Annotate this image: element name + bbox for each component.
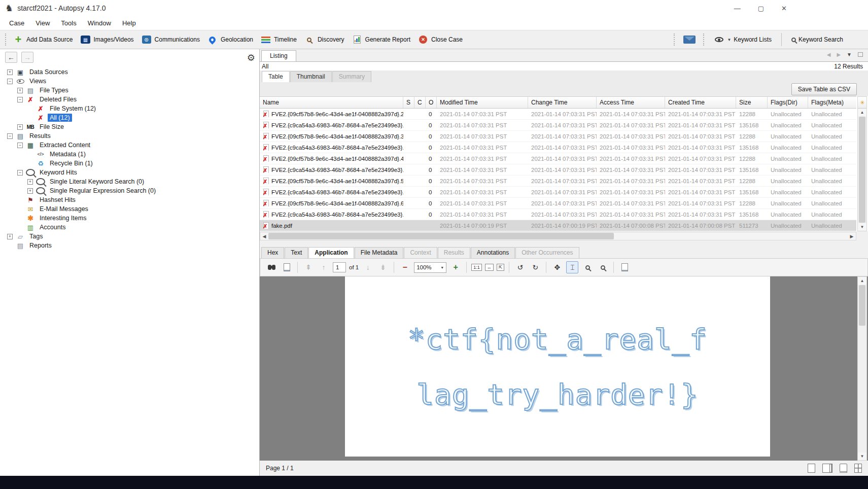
tree-item[interactable]: − Deleted Files	[0, 95, 259, 104]
scroll-up-icon[interactable]: ▲	[858, 109, 866, 116]
rotate-ccw-icon[interactable]: ↺	[514, 261, 526, 273]
table-vertical-scrollbar[interactable]: ✳ ▲ ▼	[857, 96, 867, 231]
zoom-level-select[interactable]: 100% ▼	[414, 262, 446, 273]
column-header-change[interactable]: Change Time	[528, 97, 597, 108]
pdf-viewport[interactable]: *ctf{not_a_real_f lag_try_harder!} ▲ ▼	[260, 276, 868, 461]
column-header-access[interactable]: Access Time	[597, 97, 665, 108]
pan-tool-icon[interactable]: ✥	[551, 261, 563, 273]
pdf-vertical-scrollbar[interactable]: ▲ ▼	[857, 276, 867, 461]
tree-item[interactable]: + File Types	[0, 86, 259, 95]
tree-item[interactable]: Interesting Items	[0, 214, 259, 223]
menu-item[interactable]: Tools	[56, 17, 81, 29]
column-header-name[interactable]: Name	[260, 97, 403, 108]
column-header-s[interactable]: S	[403, 97, 414, 108]
viewer-tab[interactable]: File Metadata	[355, 247, 404, 258]
facing-pages-view-icon[interactable]	[840, 464, 847, 473]
scrollbar-thumb[interactable]	[859, 285, 865, 326]
menu-item[interactable]: View	[30, 17, 55, 29]
viewer-tab[interactable]: Annotations	[471, 247, 515, 258]
tree-expander-icon[interactable]: +	[17, 88, 23, 93]
tree-item[interactable]: + Data Sources	[0, 67, 259, 77]
tree-item[interactable]: Reports	[0, 241, 259, 250]
tree-expander-icon[interactable]: −	[17, 170, 23, 176]
table-row[interactable]: FVE2.{09cf57b8-9e6c-43d4-ae1f-0408882a39…	[260, 198, 856, 209]
back-button[interactable]: ←	[5, 52, 17, 63]
scroll-right-icon[interactable]: ▶	[848, 234, 856, 239]
extract-text-icon[interactable]	[281, 261, 293, 273]
select-tool-icon[interactable]: ⌶	[566, 261, 578, 273]
tree-expander-icon[interactable]: +	[7, 69, 13, 75]
toolbar-button[interactable]: Geolocation	[203, 33, 257, 46]
table-row[interactable]: FVE2.{c9ca54a3-6983-46b7-8684-a7e5e23499…	[260, 120, 856, 131]
tab-listing[interactable]: Listing	[261, 50, 296, 61]
save-table-csv-button[interactable]: Save Table as CSV	[791, 83, 857, 95]
tree-expander-icon[interactable]: −	[17, 97, 23, 102]
scroll-left-icon[interactable]: ◀	[260, 234, 268, 239]
forward-button[interactable]: →	[21, 52, 33, 63]
scrollbar-thumb[interactable]	[268, 233, 614, 239]
table-row[interactable]: FVE2.{09cf57b8-9e6c-43d4-ae1f-0408882a39…	[260, 109, 856, 120]
tree-item[interactable]: − Results	[0, 131, 259, 141]
column-header-flagsmeta[interactable]: Flags(Meta)	[808, 97, 856, 108]
scrollbar-thumb[interactable]	[859, 117, 865, 223]
gear-icon[interactable]: ⚙	[247, 52, 255, 63]
toolbar-button[interactable]: ✕ Close Case	[414, 33, 466, 46]
viewer-tab[interactable]: Context	[404, 247, 437, 258]
tree-expander-icon[interactable]: +	[7, 234, 13, 239]
fit-page-icon[interactable]: ⇱	[497, 264, 505, 271]
table-row[interactable]: FVE2.{09cf57b8-9e6c-43d4-ae1f-0408882a39…	[260, 131, 856, 142]
table-row[interactable]: FVE2.{09cf57b8-9e6c-43d4-ae1f-0408882a39…	[260, 153, 856, 164]
column-header-o[interactable]: O	[426, 97, 437, 108]
zoom-in-icon[interactable]: +	[449, 261, 462, 273]
menu-item[interactable]: Case	[4, 17, 29, 29]
scroll-down-icon[interactable]: ▼	[858, 223, 866, 231]
tree-item[interactable]: Accounts	[0, 223, 259, 232]
minimize-button[interactable]: —	[734, 5, 741, 12]
previous-page-icon[interactable]: ↑	[318, 261, 330, 273]
scroll-tabs-right-icon[interactable]: ▶	[837, 52, 841, 57]
tree-item[interactable]: − Keyword Hits	[0, 168, 259, 177]
tree-expander-icon[interactable]: −	[17, 143, 23, 148]
find-icon[interactable]	[265, 261, 277, 273]
table-row[interactable]: fake.pdf 2021-01-14 07:00:19 PST 2021-01…	[260, 220, 856, 231]
menu-item[interactable]: Window	[83, 17, 116, 29]
tree-item[interactable]: All (12)	[0, 113, 259, 122]
actual-size-icon[interactable]: 1:1	[471, 264, 482, 271]
tree-item[interactable]: E-Mail Messages	[0, 204, 259, 214]
table-row[interactable]: FVE2.{c9ca54a3-6983-46b7-8684-a7e5e23499…	[260, 209, 856, 220]
column-settings-icon[interactable]: ✳	[858, 97, 866, 109]
viewer-tab[interactable]: Results	[438, 247, 470, 258]
keyword-search-button[interactable]: Keyword Search	[788, 34, 864, 45]
text-properties-icon[interactable]	[618, 261, 631, 273]
fit-width-icon[interactable]: ↔	[485, 264, 494, 271]
next-page-icon[interactable]: ↓	[362, 261, 374, 273]
view-tab[interactable]: Thumbnail	[290, 71, 332, 82]
table-row[interactable]: FVE2.{c9ca54a3-6983-46b7-8684-a7e5e23499…	[260, 187, 856, 198]
mail-icon[interactable]	[682, 34, 697, 45]
tree-item[interactable]: Metadata (1)	[0, 150, 259, 159]
zoom-marquee-icon[interactable]	[581, 261, 594, 273]
tree-expander-icon[interactable]: −	[7, 79, 13, 84]
tree-item[interactable]: + Single Regular Expression Search (0)	[0, 186, 259, 195]
tree-item[interactable]: File System (12)	[0, 104, 259, 113]
close-button[interactable]: ✕	[781, 5, 787, 12]
table-horizontal-scrollbar[interactable]: ◀ ▶	[260, 232, 856, 240]
tree-expander-icon[interactable]: −	[7, 133, 13, 139]
tree-item[interactable]: − Extracted Content	[0, 141, 259, 150]
column-header-flagsdir[interactable]: Flags(Dir)	[768, 97, 808, 108]
menu-item[interactable]: Help	[117, 17, 141, 29]
tree-expander-icon[interactable]: +	[27, 188, 33, 194]
table-row[interactable]: FVE2.{c9ca54a3-6983-46b7-8684-a7e5e23499…	[260, 142, 856, 153]
single-page-view-icon[interactable]	[808, 464, 815, 473]
tab-list-dropdown-icon[interactable]: ▼	[847, 52, 852, 57]
viewer-tab[interactable]: Other Occurrences	[515, 247, 579, 258]
view-tab[interactable]: Table	[262, 71, 290, 82]
viewer-tab[interactable]: Application	[308, 247, 354, 258]
toolbar-button[interactable]: ▦ Images/Videos	[76, 33, 137, 46]
table-row[interactable]: FVE2.{c9ca54a3-6983-46b7-8684-a7e5e23499…	[260, 164, 856, 176]
keyword-lists-button[interactable]: ▼ Keyword Lists	[711, 34, 775, 45]
tree-item[interactable]: + Tags	[0, 232, 259, 241]
viewer-tab[interactable]: Text	[285, 247, 308, 258]
toolbar-button[interactable]: Timeline	[257, 33, 300, 46]
column-header-size[interactable]: Size	[736, 97, 768, 108]
